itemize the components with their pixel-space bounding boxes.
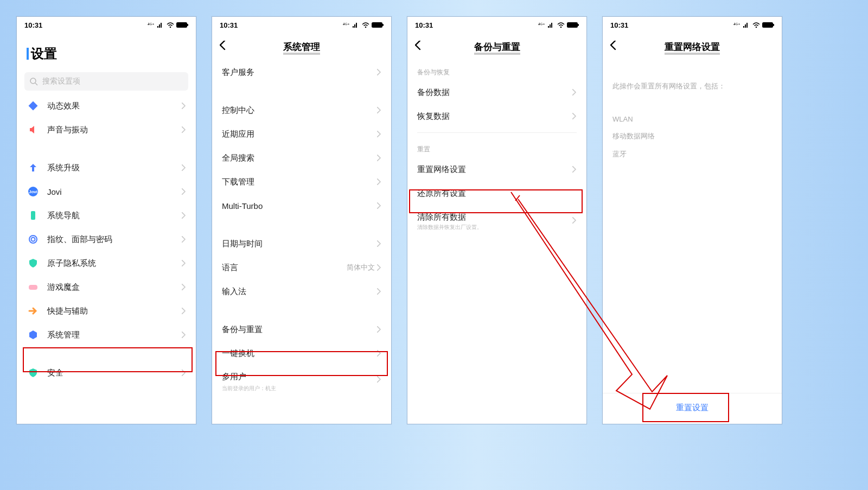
chevron-right-icon xyxy=(377,155,381,161)
svg-rect-7 xyxy=(31,211,35,220)
svg-rect-4 xyxy=(29,101,38,111)
phone-icon xyxy=(27,209,40,222)
chevron-right-icon xyxy=(182,103,186,109)
row-system-navigation[interactable]: 系统导航 xyxy=(17,203,196,227)
back-button[interactable] xyxy=(220,41,226,53)
row-shortcut-accessibility[interactable]: 快捷与辅助 xyxy=(17,299,196,323)
page-title: 系统管理 xyxy=(212,41,391,53)
row-backup-data[interactable]: 备份数据 xyxy=(407,80,586,104)
screen-reset-network: 10:31 ⁴ᴳ⁺ 重置网络设置 此操作会重置所有网络设置，包括： WLAN 移… xyxy=(602,16,782,424)
row-language[interactable]: 语言简体中文 xyxy=(212,256,391,279)
svg-rect-10 xyxy=(29,285,37,290)
arrow-right-icon xyxy=(27,304,40,317)
chevron-right-icon xyxy=(182,188,186,195)
svg-marker-11 xyxy=(29,330,37,339)
status-bar: 10:31 ⁴ᴳ⁺ xyxy=(407,17,586,33)
shield-icon xyxy=(27,257,40,270)
chevron-right-icon xyxy=(572,166,577,173)
row-clear-all[interactable]: 清除所有数据 清除数据并恢复出厂设置。 xyxy=(407,205,586,236)
chevron-right-icon xyxy=(182,308,186,314)
signal-icon xyxy=(157,22,164,28)
section-header-reset: 重置 xyxy=(407,137,586,157)
row-security[interactable]: 安全 xyxy=(17,361,196,385)
row-system-upgrade[interactable]: 系统升级 xyxy=(17,156,196,180)
screen-system-management: 10:31 ⁴ᴳ⁺ 系统管理 客户服务 控制中心 近期应用 全局搜索 下载管理 … xyxy=(212,16,392,424)
row-biometric[interactable]: 指纹、面部与密码 xyxy=(17,227,196,251)
row-atom-privacy[interactable]: 原子隐私系统 xyxy=(17,251,196,275)
status-bar: 10:31 ⁴ᴳ⁺ xyxy=(212,17,391,33)
chevron-right-icon xyxy=(377,288,381,295)
page-title: 备份与重置 xyxy=(407,41,586,53)
row-restore-data[interactable]: 恢复数据 xyxy=(407,104,586,128)
arrow-up-icon xyxy=(27,161,40,174)
wifi-icon xyxy=(167,22,174,28)
row-date-time[interactable]: 日期与时间 xyxy=(212,232,391,256)
chevron-right-icon xyxy=(377,240,381,247)
chevron-right-icon xyxy=(377,326,381,333)
chevron-right-icon xyxy=(182,236,186,243)
status-bar: 10:31 ⁴ᴳ⁺ xyxy=(17,17,196,33)
chevron-right-icon xyxy=(182,332,186,338)
row-jovi[interactable]: Jovi Jovi xyxy=(17,180,196,203)
status-bar: 10:31 ⁴ᴳ⁺ xyxy=(603,17,782,33)
row-multi-user[interactable]: 多用户 当前登录的用户：机主 xyxy=(212,365,391,393)
row-ime[interactable]: 输入法 xyxy=(212,279,391,303)
chevron-right-icon xyxy=(377,69,381,75)
row-download-management[interactable]: 下载管理 xyxy=(212,170,391,194)
chevron-right-icon xyxy=(377,107,381,113)
jovi-icon: Jovi xyxy=(27,185,40,198)
svg-text:Jovi: Jovi xyxy=(29,189,37,194)
row-multi-turbo[interactable]: Multi-Turbo xyxy=(212,194,391,218)
hexagon-icon xyxy=(27,328,40,341)
chevron-right-icon xyxy=(182,284,186,290)
row-global-search[interactable]: 全局搜索 xyxy=(212,146,391,170)
chevron-right-icon xyxy=(377,202,381,209)
search-input[interactable]: 搜索设置项 xyxy=(24,72,188,91)
shield-check-icon xyxy=(27,366,40,379)
chevron-right-icon xyxy=(572,89,577,96)
chevron-right-icon xyxy=(182,370,186,376)
title-bar: 备份与重置 xyxy=(407,33,586,60)
chevron-right-icon xyxy=(377,179,381,185)
svg-point-8 xyxy=(29,236,37,243)
row-customer-service[interactable]: 客户服务 xyxy=(212,60,391,84)
back-button[interactable] xyxy=(610,41,617,53)
chevron-right-icon xyxy=(572,113,577,119)
row-clone[interactable]: 一键换机 xyxy=(212,341,391,365)
chevron-right-icon xyxy=(182,212,186,219)
diamond-icon xyxy=(27,99,40,112)
svg-point-9 xyxy=(31,238,35,241)
chevron-right-icon xyxy=(182,126,186,133)
search-icon xyxy=(30,78,38,86)
row-backup-reset[interactable]: 备份与重置 xyxy=(212,317,391,341)
chevron-right-icon xyxy=(377,131,381,137)
back-button[interactable] xyxy=(415,41,422,53)
chevron-right-icon xyxy=(377,350,381,357)
description: 此操作会重置所有网络设置，包括： WLAN 移动数据网络 蓝牙 xyxy=(603,60,782,170)
row-game-box[interactable]: 游戏魔盒 xyxy=(17,275,196,299)
chevron-right-icon xyxy=(182,164,186,171)
battery-icon xyxy=(176,22,188,28)
row-system-management[interactable]: 系统管理 xyxy=(17,323,196,347)
settings-list: 动态效果 声音与振动 系统升级 Jovi Jovi 系统导航 指纹、面部与密码 xyxy=(17,94,196,385)
page-title: 设置 xyxy=(17,33,196,66)
row-recent-apps[interactable]: 近期应用 xyxy=(212,122,391,146)
row-control-center[interactable]: 控制中心 xyxy=(212,98,391,122)
screen-backup-reset: 10:31 ⁴ᴳ⁺ 备份与重置 备份与恢复 备份数据 恢复数据 重置 重置网络设… xyxy=(407,16,587,424)
row-sound-vibration[interactable]: 声音与振动 xyxy=(17,118,196,142)
row-restore-all[interactable]: 还原所有设置 xyxy=(407,181,586,205)
fingerprint-icon xyxy=(27,233,40,246)
title-bar: 系统管理 xyxy=(212,33,391,60)
speaker-icon xyxy=(27,123,40,136)
chevron-right-icon xyxy=(182,260,186,266)
page-title: 重置网络设置 xyxy=(603,41,782,53)
gamepad-icon xyxy=(27,281,40,294)
row-reset-network[interactable]: 重置网络设置 xyxy=(407,157,586,181)
chevron-right-icon xyxy=(377,376,381,383)
row-dynamic-effects[interactable]: 动态效果 xyxy=(17,94,196,118)
reset-settings-button[interactable]: 重置设置 xyxy=(603,393,782,422)
section-header-backup: 备份与恢复 xyxy=(407,60,586,80)
chevron-right-icon xyxy=(572,217,577,224)
screen-settings: 10:31 ⁴ᴳ⁺ 设置 搜索设置项 动态效果 声音与振动 系统升级 xyxy=(16,16,196,424)
status-time: 10:31 xyxy=(24,21,42,29)
